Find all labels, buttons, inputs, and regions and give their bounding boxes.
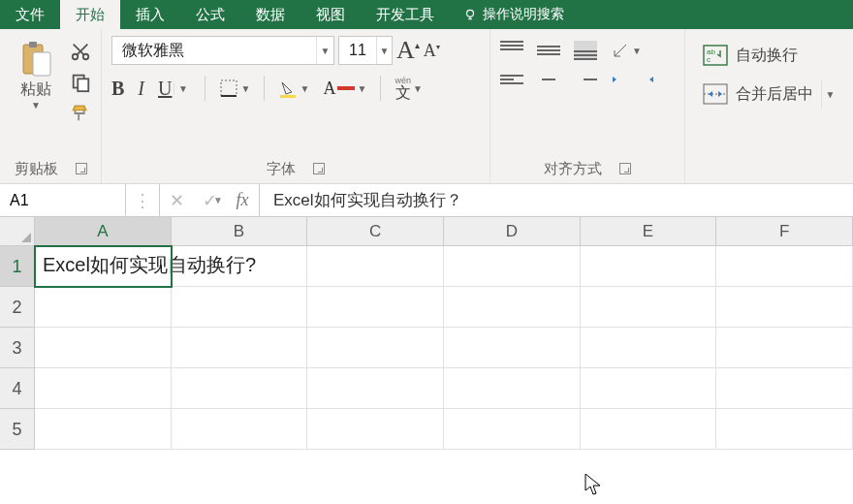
clipboard-dialog-launcher[interactable] <box>76 163 87 174</box>
cell-A3[interactable] <box>35 328 172 368</box>
cell-E2[interactable] <box>581 287 717 328</box>
fill-color-button[interactable]: ▼ <box>278 79 309 98</box>
col-header-A[interactable]: A <box>35 217 172 246</box>
cell-E1[interactable] <box>581 246 717 287</box>
svg-rect-7 <box>78 79 88 91</box>
font-color-swatch <box>337 86 355 90</box>
cancel-formula-button[interactable]: ✕ <box>160 184 193 216</box>
grow-font-icon[interactable]: A▴ <box>396 36 420 65</box>
orientation-button[interactable]: ▼ <box>611 41 642 60</box>
cell-F4[interactable] <box>716 368 853 409</box>
align-top-button[interactable] <box>500 41 523 60</box>
cell-E3[interactable] <box>581 328 717 368</box>
cell-E4[interactable] <box>581 368 717 409</box>
phonetic-guide-button[interactable]: wén 文 ▼ <box>395 77 423 101</box>
select-all-corner[interactable] <box>0 217 35 246</box>
tab-formulas[interactable]: 公式 <box>180 0 240 29</box>
row-header-3[interactable]: 3 <box>0 328 35 368</box>
cell-F2[interactable] <box>716 287 853 328</box>
cell-A2[interactable] <box>35 287 172 328</box>
enter-formula-button[interactable]: ✓ <box>193 184 226 216</box>
cell-D2[interactable] <box>444 287 581 328</box>
font-color-button[interactable]: A ▼ <box>323 79 366 99</box>
cell-D3[interactable] <box>444 328 581 368</box>
align-middle-button[interactable] <box>537 41 560 60</box>
borders-button[interactable]: ▼ <box>219 79 250 98</box>
cell-C2[interactable] <box>307 287 444 328</box>
insert-function-button[interactable]: fx <box>226 184 259 216</box>
font-name-dropdown[interactable]: 微软雅黑 ▼ <box>111 36 334 65</box>
chevron-down-icon: ▼ <box>376 37 392 64</box>
cell-A5[interactable] <box>35 409 172 450</box>
tell-me-search[interactable]: 操作说明搜索 <box>450 0 578 29</box>
increase-indent-icon[interactable] <box>648 70 671 89</box>
menu-tabs: 文件 开始 插入 公式 数据 视图 开发工具 操作说明搜索 <box>0 0 853 29</box>
row-header-5[interactable]: 5 <box>0 409 35 450</box>
row-header-4[interactable]: 4 <box>0 368 35 409</box>
cell-B5[interactable] <box>172 409 308 450</box>
cell-D1[interactable] <box>444 246 581 287</box>
cell-F1[interactable] <box>716 246 853 287</box>
merge-center-label: 合并后居中 <box>736 84 813 105</box>
italic-button[interactable]: I <box>138 78 144 100</box>
col-header-D[interactable]: D <box>444 217 581 246</box>
col-header-E[interactable]: E <box>581 217 717 246</box>
column-headers: A B C D E F <box>35 217 853 246</box>
align-right-button[interactable] <box>574 70 597 89</box>
orientation-icon <box>611 41 630 60</box>
row-header-1[interactable]: 1 <box>0 246 35 287</box>
font-dialog-launcher[interactable] <box>313 163 325 174</box>
tab-developer[interactable]: 开发工具 <box>361 0 450 29</box>
decrease-indent-icon[interactable] <box>611 70 634 89</box>
divider <box>205 76 205 101</box>
cell-A4[interactable] <box>35 368 172 409</box>
cell-A1[interactable]: Excel如何实现自动换行? <box>35 246 172 287</box>
merge-center-icon <box>703 83 728 105</box>
alignment-dialog-launcher[interactable] <box>619 163 631 174</box>
col-header-B[interactable]: B <box>172 217 308 246</box>
cut-icon[interactable] <box>70 41 91 62</box>
formula-input[interactable] <box>260 184 853 216</box>
row-header-2[interactable]: 2 <box>0 287 35 328</box>
tab-home[interactable]: 开始 <box>60 0 120 29</box>
format-painter-icon[interactable] <box>70 103 91 124</box>
divider <box>380 76 381 101</box>
paste-button[interactable]: 粘贴 ▼ <box>10 35 62 110</box>
cell-C1[interactable] <box>307 246 444 287</box>
underline-dropdown[interactable]: ▼ <box>174 83 191 94</box>
divider <box>264 76 265 101</box>
cell-D4[interactable] <box>444 368 581 409</box>
align-bottom-button[interactable] <box>574 41 597 60</box>
wrap-text-icon: abc <box>703 45 728 66</box>
col-header-C[interactable]: C <box>307 217 444 246</box>
name-box[interactable]: ▼ <box>0 184 126 216</box>
wrap-text-button[interactable]: abc 自动换行 <box>699 41 802 70</box>
cell-B3[interactable] <box>172 328 308 368</box>
cell-B2[interactable] <box>172 287 308 328</box>
align-left-button[interactable] <box>500 70 523 89</box>
cell-F5[interactable] <box>716 409 853 450</box>
formula-handle[interactable]: ⋮ <box>126 184 159 216</box>
font-size-dropdown[interactable]: 11 ▼ <box>338 36 393 65</box>
cell-C5[interactable] <box>307 409 444 450</box>
group-alignment: ▼ 对齐方式 <box>490 29 685 183</box>
tab-data[interactable]: 数据 <box>240 0 300 29</box>
cell-B4[interactable] <box>172 368 308 409</box>
bold-button[interactable]: B <box>111 78 124 100</box>
shrink-font-icon[interactable]: A▾ <box>424 41 440 61</box>
merge-dropdown[interactable]: ▼ <box>821 79 838 109</box>
underline-button[interactable]: U <box>158 78 172 100</box>
cell-E5[interactable] <box>581 409 717 450</box>
tab-view[interactable]: 视图 <box>300 0 361 29</box>
cell-C3[interactable] <box>307 328 444 368</box>
merge-center-button[interactable]: 合并后居中 ▼ <box>699 79 842 109</box>
align-center-button[interactable] <box>537 70 560 89</box>
paste-dropdown-caret[interactable]: ▼ <box>31 100 41 110</box>
cell-C4[interactable] <box>307 368 444 409</box>
cell-D5[interactable] <box>444 409 581 450</box>
col-header-F[interactable]: F <box>716 217 853 246</box>
copy-icon[interactable] <box>70 72 91 93</box>
tab-insert[interactable]: 插入 <box>120 0 180 29</box>
cell-F3[interactable] <box>716 328 853 368</box>
tab-file[interactable]: 文件 <box>0 0 60 29</box>
